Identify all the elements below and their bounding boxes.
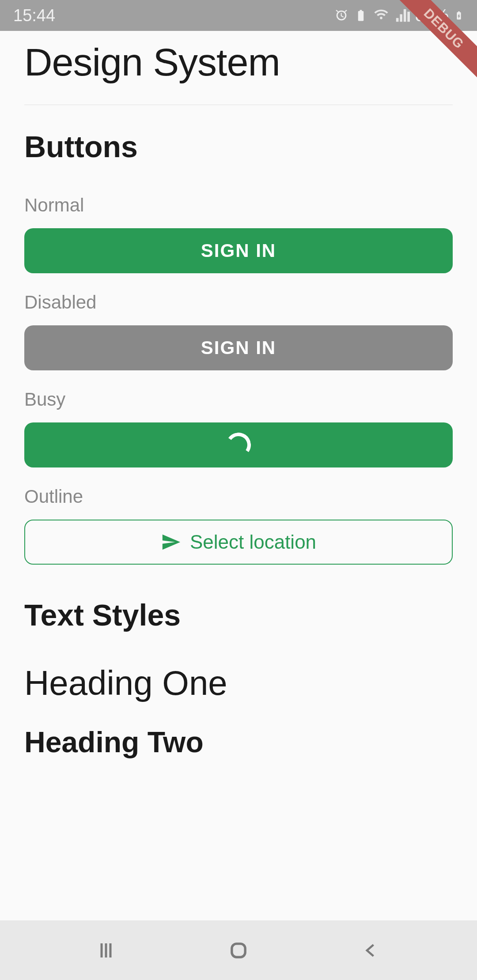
send-icon	[161, 532, 181, 552]
status-time: 15:44	[13, 6, 55, 25]
normal-label: Normal	[24, 195, 453, 216]
select-location-button[interactable]: Select location	[24, 520, 453, 565]
recent-apps-button[interactable]	[93, 937, 119, 964]
select-location-button-label: Select location	[190, 531, 316, 553]
text-styles-section-title: Text Styles	[24, 598, 453, 632]
loading-spinner-icon	[224, 431, 253, 460]
alarm-icon	[334, 8, 349, 23]
divider	[24, 105, 453, 105]
sign-in-button-disabled-label: SIGN IN	[201, 337, 276, 358]
page-title: Design System	[24, 40, 453, 85]
navigation-bar	[0, 920, 477, 980]
svg-rect-0	[232, 943, 245, 957]
sign-in-button-disabled: SIGN IN	[24, 325, 453, 370]
buttons-section-title: Buttons	[24, 129, 453, 164]
busy-label: Busy	[24, 389, 453, 410]
disabled-label: Disabled	[24, 292, 453, 313]
status-indicators: 86%	[334, 6, 464, 25]
status-bar: 15:44 86%	[0, 0, 477, 31]
home-button[interactable]	[225, 937, 252, 964]
back-button[interactable]	[358, 937, 384, 964]
sign-in-button[interactable]: SIGN IN	[24, 228, 453, 273]
battery-saver-icon	[354, 8, 367, 23]
battery-charging-icon	[454, 8, 464, 23]
battery-percentage: 86%	[415, 6, 449, 25]
text-styles-section: Text Styles Heading One Heading Two	[24, 598, 453, 759]
signal-icon	[395, 8, 410, 23]
heading-two-example: Heading Two	[24, 725, 453, 759]
wifi-icon	[373, 8, 390, 23]
outline-label: Outline	[24, 486, 453, 507]
sign-in-button-label: SIGN IN	[201, 240, 276, 261]
sign-in-button-busy	[24, 422, 453, 467]
main-content: Design System Buttons Normal SIGN IN Dis…	[0, 31, 477, 759]
heading-one-example: Heading One	[24, 663, 453, 703]
